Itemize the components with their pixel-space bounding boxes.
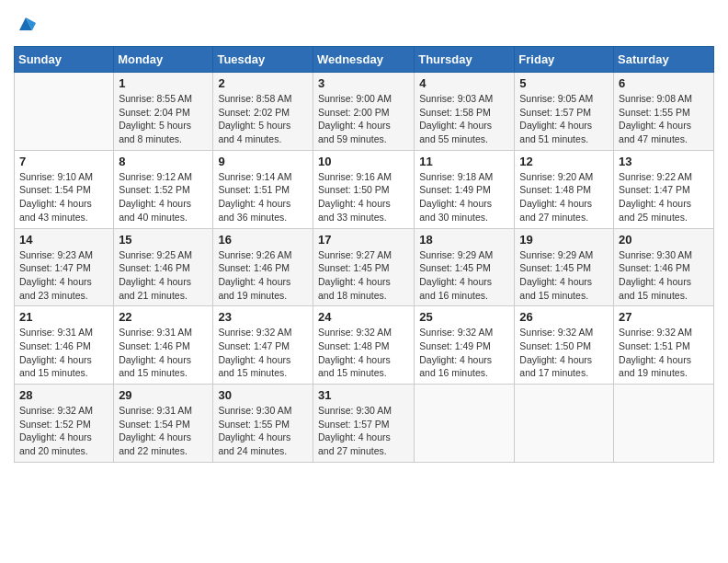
- logo-text: [14, 14, 36, 39]
- day-number: 12: [519, 155, 609, 168]
- day-number: 4: [419, 76, 509, 90]
- day-number: 7: [19, 155, 108, 168]
- calendar-cell: 28Sunrise: 9:32 AMSunset: 1:52 PMDayligh…: [15, 385, 114, 463]
- weekday-header-row: SundayMondayTuesdayWednesdayThursdayFrid…: [15, 47, 714, 73]
- calendar-cell: 4Sunrise: 9:03 AMSunset: 1:58 PMDaylight…: [415, 73, 515, 151]
- calendar-cell: 13Sunrise: 9:22 AMSunset: 1:47 PMDayligh…: [614, 150, 714, 228]
- logo: [14, 14, 36, 39]
- calendar-cell: 5Sunrise: 9:05 AMSunset: 1:57 PMDaylight…: [515, 73, 614, 151]
- day-number: 22: [119, 310, 208, 324]
- day-info: Sunrise: 9:29 AMSunset: 1:45 PMDaylight:…: [419, 248, 509, 303]
- day-info: Sunrise: 9:14 AMSunset: 1:51 PMDaylight:…: [218, 170, 308, 224]
- day-info: Sunrise: 8:55 AMSunset: 2:04 PMDaylight:…: [119, 92, 208, 146]
- calendar-cell: 17Sunrise: 9:27 AMSunset: 1:45 PMDayligh…: [313, 228, 414, 306]
- weekday-header-tuesday: Tuesday: [213, 47, 313, 73]
- day-number: 24: [318, 310, 409, 324]
- week-row-1: 1Sunrise: 8:55 AMSunset: 2:04 PMDaylight…: [15, 73, 714, 151]
- weekday-header-saturday: Saturday: [614, 47, 714, 73]
- day-number: 15: [119, 233, 208, 247]
- day-info: Sunrise: 9:31 AMSunset: 1:46 PMDaylight:…: [119, 326, 208, 380]
- day-number: 27: [619, 310, 709, 324]
- calendar-cell: 27Sunrise: 9:32 AMSunset: 1:51 PMDayligh…: [614, 306, 714, 385]
- calendar-cell: 26Sunrise: 9:32 AMSunset: 1:50 PMDayligh…: [515, 306, 614, 385]
- calendar-cell: [415, 385, 515, 463]
- day-info: Sunrise: 9:12 AMSunset: 1:52 PMDaylight:…: [119, 170, 208, 224]
- weekday-header-friday: Friday: [515, 47, 614, 73]
- week-row-4: 21Sunrise: 9:31 AMSunset: 1:46 PMDayligh…: [15, 306, 714, 385]
- calendar-cell: 6Sunrise: 9:08 AMSunset: 1:55 PMDaylight…: [614, 73, 714, 151]
- weekday-header-sunday: Sunday: [15, 47, 114, 73]
- calendar-cell: 25Sunrise: 9:32 AMSunset: 1:49 PMDayligh…: [415, 306, 515, 385]
- day-number: 17: [318, 233, 409, 247]
- day-number: 2: [218, 76, 308, 90]
- day-info: Sunrise: 9:10 AMSunset: 1:54 PMDaylight:…: [19, 170, 108, 224]
- day-number: 19: [519, 233, 609, 247]
- day-number: 5: [519, 76, 609, 90]
- calendar-cell: [15, 73, 114, 151]
- day-info: Sunrise: 9:00 AMSunset: 2:00 PMDaylight:…: [318, 92, 409, 146]
- calendar-cell: 20Sunrise: 9:30 AMSunset: 1:46 PMDayligh…: [614, 228, 714, 306]
- calendar-cell: 7Sunrise: 9:10 AMSunset: 1:54 PMDaylight…: [15, 150, 114, 228]
- week-row-2: 7Sunrise: 9:10 AMSunset: 1:54 PMDaylight…: [15, 150, 714, 228]
- day-info: Sunrise: 9:30 AMSunset: 1:55 PMDaylight:…: [218, 404, 308, 458]
- day-info: Sunrise: 9:31 AMSunset: 1:46 PMDaylight:…: [19, 326, 108, 380]
- day-info: Sunrise: 9:32 AMSunset: 1:48 PMDaylight:…: [318, 326, 409, 380]
- calendar-cell: 31Sunrise: 9:30 AMSunset: 1:57 PMDayligh…: [313, 385, 414, 463]
- header: [14, 9, 714, 39]
- day-info: Sunrise: 9:32 AMSunset: 1:47 PMDaylight:…: [218, 326, 308, 380]
- day-number: 14: [19, 233, 108, 247]
- day-number: 30: [218, 388, 308, 402]
- calendar-cell: [614, 385, 714, 463]
- calendar-cell: 3Sunrise: 9:00 AMSunset: 2:00 PMDaylight…: [313, 73, 414, 151]
- calendar-cell: 8Sunrise: 9:12 AMSunset: 1:52 PMDaylight…: [114, 150, 213, 228]
- day-info: Sunrise: 9:29 AMSunset: 1:45 PMDaylight:…: [519, 248, 609, 303]
- day-number: 28: [19, 388, 108, 402]
- day-info: Sunrise: 9:18 AMSunset: 1:49 PMDaylight:…: [419, 170, 509, 224]
- day-number: 10: [318, 155, 409, 168]
- calendar-cell: 22Sunrise: 9:31 AMSunset: 1:46 PMDayligh…: [114, 306, 213, 385]
- day-number: 8: [119, 155, 208, 168]
- calendar-cell: 14Sunrise: 9:23 AMSunset: 1:47 PMDayligh…: [15, 228, 114, 306]
- day-number: 16: [218, 233, 308, 247]
- day-number: 3: [318, 76, 409, 90]
- day-number: 20: [619, 233, 709, 247]
- calendar-cell: [515, 385, 614, 463]
- calendar-cell: 16Sunrise: 9:26 AMSunset: 1:46 PMDayligh…: [213, 228, 313, 306]
- day-number: 25: [419, 310, 509, 324]
- day-number: 18: [419, 233, 509, 247]
- day-number: 11: [419, 155, 509, 168]
- day-info: Sunrise: 8:58 AMSunset: 2:02 PMDaylight:…: [218, 92, 308, 146]
- day-info: Sunrise: 9:32 AMSunset: 1:51 PMDaylight:…: [619, 326, 709, 380]
- calendar-cell: 11Sunrise: 9:18 AMSunset: 1:49 PMDayligh…: [415, 150, 515, 228]
- calendar-cell: 30Sunrise: 9:30 AMSunset: 1:55 PMDayligh…: [213, 385, 313, 463]
- day-number: 23: [218, 310, 308, 324]
- calendar-cell: 18Sunrise: 9:29 AMSunset: 1:45 PMDayligh…: [415, 228, 515, 306]
- day-info: Sunrise: 9:30 AMSunset: 1:57 PMDaylight:…: [318, 404, 409, 458]
- logo-icon: [16, 14, 36, 34]
- day-info: Sunrise: 9:31 AMSunset: 1:54 PMDaylight:…: [119, 404, 208, 458]
- day-number: 6: [619, 76, 709, 90]
- day-info: Sunrise: 9:16 AMSunset: 1:50 PMDaylight:…: [318, 170, 409, 224]
- day-info: Sunrise: 9:05 AMSunset: 1:57 PMDaylight:…: [519, 92, 609, 146]
- week-row-3: 14Sunrise: 9:23 AMSunset: 1:47 PMDayligh…: [15, 228, 714, 306]
- day-info: Sunrise: 9:32 AMSunset: 1:50 PMDaylight:…: [519, 326, 609, 380]
- day-info: Sunrise: 9:08 AMSunset: 1:55 PMDaylight:…: [619, 92, 709, 146]
- day-info: Sunrise: 9:27 AMSunset: 1:45 PMDaylight:…: [318, 248, 409, 303]
- calendar-cell: 2Sunrise: 8:58 AMSunset: 2:02 PMDaylight…: [213, 73, 313, 151]
- calendar-table: SundayMondayTuesdayWednesdayThursdayFrid…: [14, 46, 714, 463]
- weekday-header-wednesday: Wednesday: [313, 47, 414, 73]
- calendar-cell: 1Sunrise: 8:55 AMSunset: 2:04 PMDaylight…: [114, 73, 213, 151]
- calendar-cell: 12Sunrise: 9:20 AMSunset: 1:48 PMDayligh…: [515, 150, 614, 228]
- calendar-cell: 19Sunrise: 9:29 AMSunset: 1:45 PMDayligh…: [515, 228, 614, 306]
- day-info: Sunrise: 9:32 AMSunset: 1:49 PMDaylight:…: [419, 326, 509, 380]
- day-number: 13: [619, 155, 709, 168]
- calendar-cell: 23Sunrise: 9:32 AMSunset: 1:47 PMDayligh…: [213, 306, 313, 385]
- day-info: Sunrise: 9:26 AMSunset: 1:46 PMDaylight:…: [218, 248, 308, 303]
- day-number: 1: [119, 76, 208, 90]
- day-info: Sunrise: 9:30 AMSunset: 1:46 PMDaylight:…: [619, 248, 709, 303]
- week-row-5: 28Sunrise: 9:32 AMSunset: 1:52 PMDayligh…: [15, 385, 714, 463]
- calendar-cell: 15Sunrise: 9:25 AMSunset: 1:46 PMDayligh…: [114, 228, 213, 306]
- day-info: Sunrise: 9:25 AMSunset: 1:46 PMDaylight:…: [119, 248, 208, 303]
- calendar-cell: 10Sunrise: 9:16 AMSunset: 1:50 PMDayligh…: [313, 150, 414, 228]
- day-number: 21: [19, 310, 108, 324]
